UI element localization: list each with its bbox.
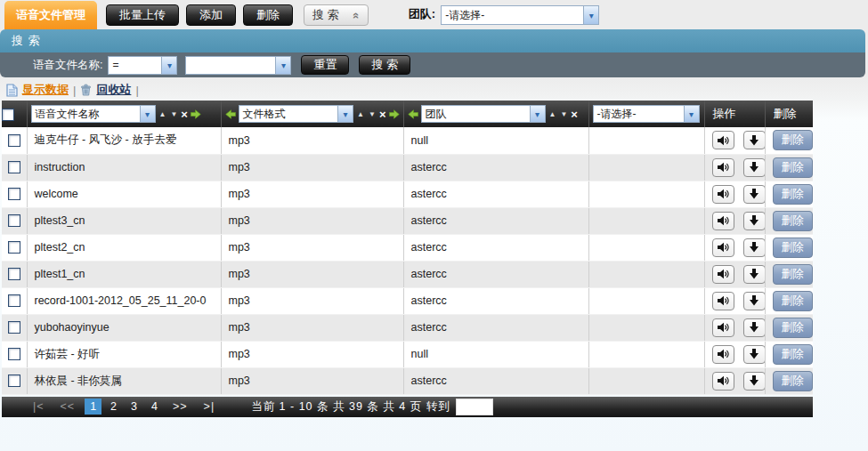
- clear-sort-icon[interactable]: ×: [379, 109, 386, 120]
- download-button[interactable]: [743, 158, 765, 177]
- team-label: 团队:: [409, 6, 435, 22]
- download-button[interactable]: [743, 372, 765, 391]
- delete-row-button[interactable]: 删除: [773, 291, 813, 311]
- search-toggle-button[interactable]: 搜 索 «: [304, 4, 369, 26]
- download-button[interactable]: [743, 185, 765, 204]
- delete-row-button[interactable]: 删除: [773, 371, 813, 391]
- sort-asc-icon[interactable]: ▲: [548, 110, 557, 118]
- sort-desc-icon[interactable]: ▼: [169, 110, 178, 118]
- download-button[interactable]: [743, 131, 765, 149]
- recycle-bin-link[interactable]: 回收站: [96, 82, 131, 98]
- sort-desc-icon[interactable]: ▼: [559, 110, 568, 118]
- name-filter-select[interactable]: 语音文件名称 ▾: [31, 105, 156, 123]
- row-checkbox[interactable]: [8, 348, 20, 360]
- page-number-3[interactable]: 3: [126, 399, 142, 415]
- download-button[interactable]: [743, 265, 765, 284]
- play-audio-button[interactable]: [712, 131, 734, 149]
- filter-cell: [588, 341, 704, 367]
- row-checkbox[interactable]: [8, 374, 20, 387]
- delete-cell: 删除: [765, 234, 813, 261]
- file-format-cell: mp3: [221, 154, 403, 181]
- operation-cell: [704, 261, 765, 287]
- move-column-right-icon[interactable]: [191, 109, 201, 119]
- page-number-4[interactable]: 4: [146, 399, 163, 415]
- delete-row-button[interactable]: 删除: [773, 157, 813, 178]
- play-audio-button[interactable]: [712, 292, 734, 310]
- select-all-checkbox[interactable]: [2, 109, 14, 121]
- goto-page-input[interactable]: [456, 399, 493, 415]
- play-audio-button[interactable]: [712, 318, 734, 337]
- delete-row-button[interactable]: 删除: [773, 318, 813, 338]
- download-button[interactable]: [743, 318, 765, 337]
- search-toggle-label: 搜 索: [312, 7, 339, 23]
- play-audio-button[interactable]: [712, 238, 734, 257]
- next-page-button[interactable]: >>: [173, 400, 188, 413]
- play-audio-button[interactable]: [712, 212, 734, 230]
- add-button[interactable]: 添加: [186, 4, 236, 26]
- sort-desc-icon[interactable]: ▼: [368, 110, 377, 118]
- value-select[interactable]: ▾: [185, 56, 291, 75]
- download-button[interactable]: [743, 212, 765, 230]
- clear-sort-icon[interactable]: ×: [181, 109, 188, 120]
- download-arrow-icon: [749, 322, 759, 333]
- team-filter-select[interactable]: 团队 ▾: [421, 105, 546, 123]
- play-audio-button[interactable]: [712, 158, 734, 177]
- top-toolbar: 语音文件管理 批量上传 添加 删除 搜 索 « 团队: -请选择- ▾: [0, 0, 868, 29]
- row-checkbox[interactable]: [8, 161, 20, 173]
- row-checkbox[interactable]: [8, 188, 20, 200]
- team-select[interactable]: -请选择- ▾: [441, 5, 599, 25]
- delete-row-button[interactable]: 删除: [773, 211, 813, 231]
- download-button[interactable]: [743, 238, 765, 257]
- show-data-link[interactable]: 显示数据: [22, 82, 69, 98]
- prev-page-button[interactable]: <<: [61, 400, 76, 413]
- reset-button[interactable]: 重置: [301, 55, 349, 75]
- voice-file-name-cell: instruction: [27, 154, 221, 181]
- play-audio-button[interactable]: [712, 345, 734, 364]
- voice-file-name-label: 语音文件名称:: [33, 58, 102, 73]
- move-column-left-icon[interactable]: [225, 109, 236, 119]
- bulk-upload-button[interactable]: 批量上传: [106, 4, 179, 26]
- format-filter-select[interactable]: 文件格式 ▾: [239, 105, 354, 123]
- download-arrow-icon: [749, 269, 759, 279]
- last-page-button[interactable]: >|: [204, 400, 215, 413]
- sort-asc-icon[interactable]: ▲: [356, 110, 365, 118]
- collapse-chevrons-icon: «: [350, 12, 363, 18]
- download-button[interactable]: [743, 292, 765, 310]
- download-button[interactable]: [743, 345, 765, 364]
- delete-row-button[interactable]: 删除: [773, 344, 813, 365]
- row-checkbox[interactable]: [8, 241, 20, 254]
- table-row: welcome mp3 astercc 删除: [2, 181, 813, 207]
- chevron-down-icon: ▾: [530, 106, 545, 122]
- row-checkbox[interactable]: [8, 268, 20, 280]
- move-column-right-icon[interactable]: [389, 109, 400, 119]
- row-checkbox[interactable]: [8, 214, 20, 227]
- delete-row-button[interactable]: 删除: [773, 184, 813, 205]
- delete-row-button[interactable]: 删除: [773, 238, 813, 258]
- team-cell: astercc: [403, 154, 588, 181]
- operation-cell: [704, 207, 765, 234]
- chevron-down-icon: ▾: [275, 57, 290, 74]
- delete-row-button[interactable]: 删除: [773, 264, 813, 285]
- table-row: 迪克牛仔 - 风飞沙 - 放手去爱 mp3 null 删除: [2, 127, 813, 154]
- voice-file-name-cell: yubohaoyinyue: [27, 314, 221, 341]
- first-page-button[interactable]: |<: [33, 400, 45, 413]
- row-checkbox[interactable]: [8, 294, 20, 307]
- delete-button[interactable]: 删除: [243, 4, 293, 26]
- page-number-1[interactable]: 1: [85, 399, 101, 415]
- clear-sort-icon[interactable]: ×: [571, 109, 578, 120]
- delete-row-button[interactable]: 删除: [773, 130, 813, 150]
- row-checkbox[interactable]: [8, 134, 20, 147]
- page-number-2[interactable]: 2: [105, 399, 122, 415]
- row-checkbox[interactable]: [8, 321, 20, 334]
- operator-select[interactable]: = ▾: [108, 56, 177, 75]
- sort-asc-icon[interactable]: ▲: [158, 110, 167, 118]
- speaker-icon: [717, 295, 729, 306]
- row-filter-select[interactable]: -请选择- ▾: [593, 105, 700, 123]
- team-cell: null: [403, 127, 588, 154]
- play-audio-button[interactable]: [712, 185, 734, 204]
- play-audio-button[interactable]: [712, 372, 734, 391]
- move-column-left-icon[interactable]: [408, 109, 418, 119]
- search-button[interactable]: 搜 索: [359, 55, 410, 75]
- tab-voice-file-management[interactable]: 语音文件管理: [4, 1, 97, 29]
- play-audio-button[interactable]: [712, 265, 734, 284]
